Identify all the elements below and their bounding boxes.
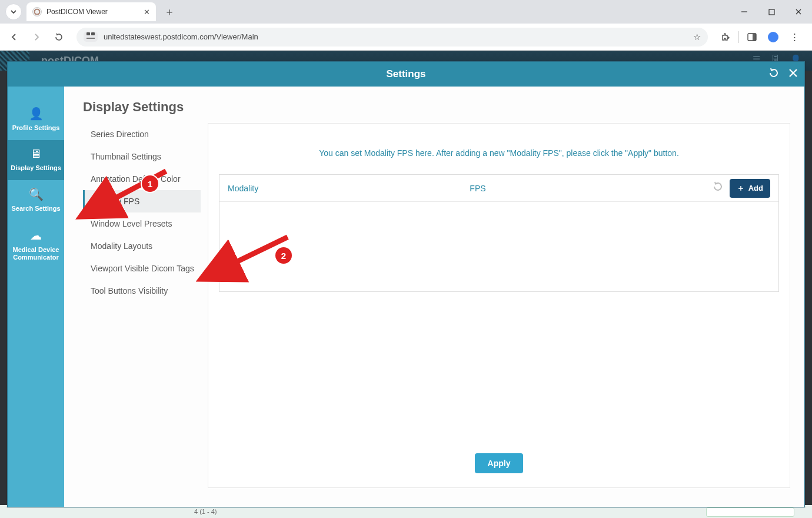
tab-close-icon[interactable]: ✕ bbox=[144, 8, 150, 16]
browser-toolbar: unitedstateswest.postdicom.com/Viewer/Ma… bbox=[0, 24, 812, 51]
lefttab-label: Search Settings bbox=[11, 205, 60, 212]
submenu-thumbnail-settings[interactable]: Thumbnail Settings bbox=[83, 145, 201, 168]
profile-avatar-icon[interactable] bbox=[765, 32, 781, 42]
page-title: Display Settings bbox=[83, 99, 804, 115]
browser-tab[interactable]: PostDICOM Viewer ✕ bbox=[26, 2, 156, 21]
svg-rect-1 bbox=[769, 9, 774, 15]
search-settings-icon: 🔍 bbox=[29, 187, 44, 201]
lefttab-label: Medical Device Communicator bbox=[10, 246, 62, 261]
grid-header-fps: FPS bbox=[470, 184, 711, 193]
modal-title-text: Settings bbox=[386, 68, 425, 80]
display-settings-icon: 🖥 bbox=[30, 147, 42, 161]
settings-modal: Settings 👤Profile Settings🖥Display Setti… bbox=[7, 61, 805, 507]
back-button[interactable] bbox=[6, 29, 22, 45]
lefttab-label: Display Settings bbox=[11, 164, 61, 172]
svg-rect-6 bbox=[753, 34, 756, 41]
forward-button[interactable] bbox=[28, 29, 45, 45]
url-text: unitedstateswest.postdicom.com/Viewer/Ma… bbox=[104, 32, 693, 41]
modal-close-icon[interactable] bbox=[788, 68, 798, 81]
side-panel-icon[interactable] bbox=[744, 33, 760, 41]
window-minimize-button[interactable] bbox=[731, 0, 758, 24]
submenu-window-level-presets[interactable]: Window Level Presets bbox=[83, 212, 201, 235]
tab-history-button[interactable] bbox=[5, 4, 22, 20]
lefttab-medical-device-communicator[interactable]: ☁Medical Device Communicator bbox=[8, 221, 64, 270]
medical-device-communicator-icon: ☁ bbox=[30, 228, 42, 243]
browser-tabbar: PostDICOM Viewer ✕ ＋ bbox=[0, 0, 812, 24]
submenu-annotation-default-color[interactable]: Annotation Default Color bbox=[83, 168, 201, 190]
modal-refresh-icon[interactable] bbox=[768, 67, 780, 82]
settings-content: Display Settings Series DirectionThumbna… bbox=[64, 87, 804, 507]
lefttab-display-settings[interactable]: 🖥Display Settings bbox=[8, 140, 64, 180]
lefttab-label: Profile Settings bbox=[12, 124, 60, 132]
add-button-label: Add bbox=[748, 184, 763, 192]
site-settings-icon[interactable] bbox=[84, 32, 98, 42]
add-button[interactable]: ＋ Add bbox=[730, 179, 770, 198]
submenu-tool-buttons-visibility[interactable]: Tool Buttons Visibility bbox=[83, 280, 201, 302]
apply-button[interactable]: Apply bbox=[475, 453, 524, 473]
window-maximize-button[interactable] bbox=[758, 0, 785, 24]
reload-button[interactable] bbox=[51, 29, 67, 45]
footer-chip bbox=[706, 507, 794, 517]
grid-header-modality: Modality bbox=[228, 184, 470, 193]
profile-settings-icon: 👤 bbox=[29, 107, 44, 121]
modality-fps-panel: You can set Modality FPS here. After add… bbox=[208, 123, 790, 488]
plus-icon: ＋ bbox=[737, 183, 745, 194]
address-bar[interactable]: unitedstateswest.postdicom.com/Viewer/Ma… bbox=[76, 28, 708, 47]
lefttab-profile-settings[interactable]: 👤Profile Settings bbox=[8, 99, 64, 140]
page-viewport: postDICOM ☰ 🗄 👤 4 (1 - 4) Settings bbox=[0, 51, 812, 518]
settings-leftbar: 👤Profile Settings🖥Display Settings🔍Searc… bbox=[8, 87, 64, 507]
settings-submenu: Series DirectionThumbnail SettingsAnnota… bbox=[83, 123, 201, 488]
lefttab-search-settings[interactable]: 🔍Search Settings bbox=[8, 180, 64, 221]
panel-help-text: You can set Modality FPS here. After add… bbox=[208, 124, 790, 174]
kebab-menu-icon[interactable]: ⋮ bbox=[786, 32, 803, 42]
grid-refresh-icon[interactable] bbox=[712, 181, 724, 195]
submenu-modality-fps[interactable]: Modality FPS bbox=[83, 190, 201, 212]
submenu-modality-layouts[interactable]: Modality Layouts bbox=[83, 235, 201, 257]
svg-rect-2 bbox=[86, 32, 90, 35]
extensions-icon[interactable] bbox=[717, 32, 734, 42]
submenu-viewport-visible-dicom-tags[interactable]: Viewport Visible Dicom Tags bbox=[83, 257, 201, 280]
favicon-icon bbox=[32, 7, 42, 16]
svg-rect-3 bbox=[91, 32, 95, 35]
window-close-button[interactable] bbox=[785, 0, 812, 24]
submenu-series-direction[interactable]: Series Direction bbox=[83, 123, 201, 145]
footer-count: 4 (1 - 4) bbox=[194, 508, 217, 515]
modality-fps-grid: Modality FPS ＋ Add bbox=[219, 174, 779, 292]
tab-title: PostDICOM Viewer bbox=[46, 8, 108, 16]
new-tab-button[interactable]: ＋ bbox=[161, 3, 178, 21]
toolbar-divider bbox=[738, 31, 739, 43]
modal-titlebar: Settings bbox=[8, 62, 804, 87]
bookmark-star-icon[interactable]: ☆ bbox=[693, 32, 701, 42]
